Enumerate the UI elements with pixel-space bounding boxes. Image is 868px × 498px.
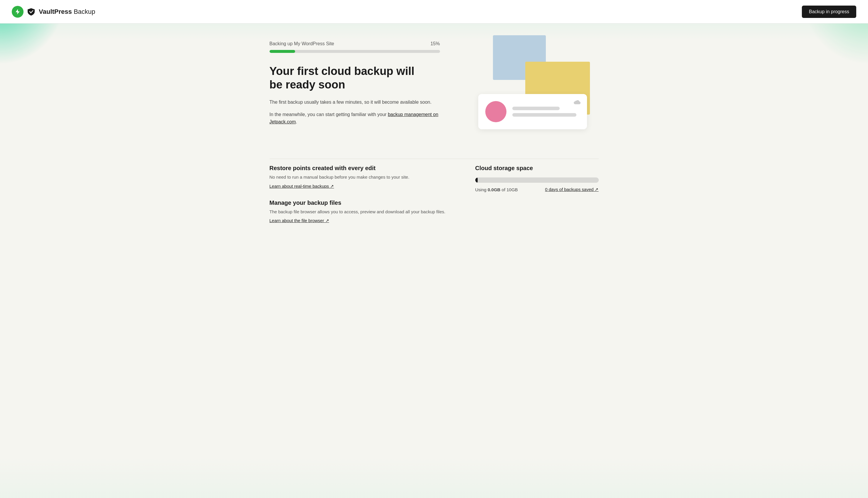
feature-2-title: Manage your backup files [270, 199, 452, 206]
illustration-avatar [485, 101, 506, 122]
illustration-card [478, 94, 587, 129]
illustration-line-1 [512, 107, 560, 110]
feature-1-link[interactable]: Learn about real-time backups ↗ [270, 184, 334, 188]
feature-2-desc: The backup file browser allows you to ac… [270, 209, 452, 215]
feature-backup-files: Manage your backup files The backup file… [270, 199, 452, 224]
cloud-icon [572, 99, 581, 105]
feature-1-title: Restore points created with every edit [270, 165, 452, 172]
storage-bar-fill [475, 178, 478, 183]
feature-1-desc: No need to run a manual backup before yo… [270, 174, 452, 181]
v-shield-icon [27, 8, 35, 16]
hero-illustration [464, 35, 599, 141]
hero-description-1: The first backup usually takes a few min… [270, 99, 440, 106]
progress-percent: 15% [430, 41, 440, 47]
features-column: Restore points created with every edit N… [270, 165, 452, 234]
main-heading: Your first cloud backup will be ready so… [270, 65, 440, 91]
progress-bar [270, 50, 440, 53]
storage-bar [475, 178, 599, 183]
storage-info: Using 0.0GB of 10GB 0 days of backups sa… [475, 187, 599, 192]
progress-header: Backing up My WordPress Site 15% [270, 41, 440, 47]
feature-realtime-backups: Restore points created with every edit N… [270, 165, 452, 189]
app-header: VaultPress Backup Backup in progress [0, 0, 868, 24]
progress-bar-fill [270, 50, 295, 53]
bottom-section: Restore points created with every edit N… [270, 159, 599, 234]
logo-wordmark: VaultPress Backup [39, 8, 95, 16]
feature-2-link[interactable]: Learn about the file browser ↗ [270, 218, 329, 223]
storage-days-link[interactable]: 0 days of backups saved ↗ [545, 187, 598, 192]
illustration-text-lines [512, 107, 580, 117]
logo: VaultPress Backup [12, 6, 95, 18]
progress-content: Backing up My WordPress Site 15% Your fi… [270, 35, 440, 130]
vaultpress-icon [12, 6, 24, 18]
progress-label: Backing up My WordPress Site [270, 41, 334, 47]
main-content: Backing up My WordPress Site 15% Your fi… [258, 24, 610, 251]
illustration-line-2 [512, 113, 577, 117]
lightning-icon [14, 9, 21, 15]
top-section: Backing up My WordPress Site 15% Your fi… [270, 35, 599, 141]
hero-description-2: In the meanwhile, you can start getting … [270, 111, 440, 126]
backup-in-progress-button[interactable]: Backup in progress [802, 5, 856, 18]
storage-title: Cloud storage space [475, 165, 599, 172]
storage-column: Cloud storage space Using 0.0GB of 10GB … [475, 165, 599, 192]
storage-usage-text: Using 0.0GB of 10GB [475, 187, 518, 192]
v-badge [26, 7, 36, 16]
